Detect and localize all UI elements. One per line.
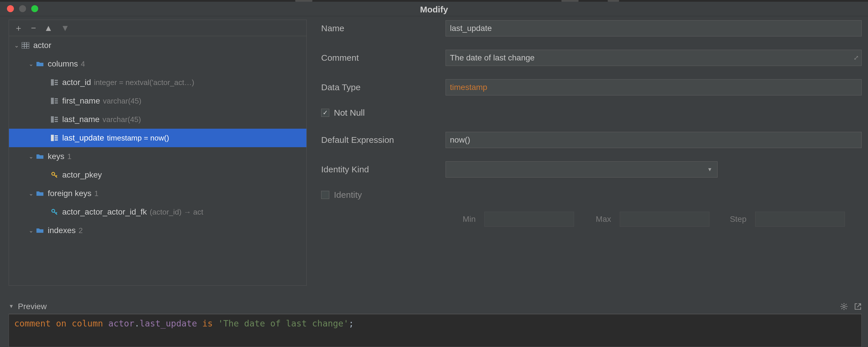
key-icon [50, 172, 59, 178]
svg-line-35 [845, 304, 846, 305]
tree-node-column[interactable]: actor_id integer = nextval('actor_act…) [9, 73, 306, 92]
comment-field-wrap: ⤢ [445, 50, 862, 66]
main-top: ＋ − ▲ ▼ ⌄ actor ⌄ column [0, 16, 868, 288]
name-input[interactable] [445, 20, 862, 36]
move-down-button[interactable]: ▼ [61, 24, 69, 32]
folder-icon [36, 191, 44, 196]
tree-node-column[interactable]: last_name varchar(45) [9, 110, 306, 129]
column-icon [50, 79, 59, 86]
add-button[interactable]: ＋ [14, 24, 23, 32]
preview-label: Preview [18, 302, 47, 311]
gear-icon[interactable] [840, 303, 848, 310]
default-expression-input[interactable] [445, 132, 862, 148]
column-form: Name Comment ⤢ Data Type Not Null [321, 20, 862, 227]
main-area: ＋ − ▲ ▼ ⌄ actor ⌄ column [0, 16, 868, 347]
tree-node-count: 2 [79, 226, 83, 235]
tree-node-label: indexes [48, 226, 76, 235]
chevron-down-icon: ▼ [707, 166, 712, 172]
svg-rect-18 [55, 135, 58, 136]
folder-icon [36, 228, 44, 233]
preview-panel: ▼ Preview comment on column actor.last_u… [9, 299, 862, 347]
move-up-button[interactable]: ▲ [44, 24, 53, 32]
tree-node-table[interactable]: ⌄ actor [9, 36, 306, 55]
preview-header[interactable]: ▼ Preview [9, 299, 862, 314]
svg-rect-0 [22, 42, 29, 49]
expand-icon[interactable]: ⤢ [854, 54, 859, 62]
tree-node-indexes-folder[interactable]: ⌄ indexes 2 [9, 221, 306, 240]
tree-node-label: actor_id [62, 78, 91, 87]
svg-line-26 [56, 212, 57, 213]
form-label: Name [321, 24, 445, 33]
svg-line-32 [841, 304, 842, 305]
tree-node-fkeys-folder[interactable]: ⌄ foreign keys 1 [9, 184, 306, 203]
collapse-icon[interactable]: ▼ [9, 303, 14, 309]
table-icon [21, 42, 30, 49]
folder-icon [36, 61, 44, 67]
tree-node-label: columns [48, 59, 78, 68]
tree-node-label: actor_pkey [62, 170, 102, 180]
sql-token: last_update [140, 318, 197, 328]
svg-rect-20 [55, 139, 58, 140]
step-input[interactable] [755, 212, 845, 227]
tree-node-keys-folder[interactable]: ⌄ keys 1 [9, 147, 306, 166]
checkbox-label: Not Null [334, 108, 365, 118]
form-label: Default Expression [321, 135, 445, 145]
column-icon [50, 135, 59, 141]
svg-rect-14 [55, 117, 58, 118]
sql-preview[interactable]: comment on column actor.last_update is '… [9, 314, 862, 347]
sql-token: ; [349, 318, 354, 328]
expand-toggle-icon[interactable]: ⌄ [28, 60, 34, 67]
tree-node-detail: varchar(45) [102, 115, 141, 124]
tree-node-column[interactable]: first_name varchar(45) [9, 92, 306, 110]
expand-toggle-icon[interactable]: ⌄ [28, 190, 34, 197]
tree-node-detail: (actor_id) → act [150, 208, 204, 217]
identity-kind-field[interactable] [445, 161, 717, 178]
title-bar: Modify [0, 2, 868, 16]
svg-line-33 [845, 308, 846, 309]
svg-rect-19 [55, 137, 58, 138]
sql-token: actor [108, 318, 134, 328]
form-label-step: Step [716, 215, 748, 224]
remove-button[interactable]: − [31, 24, 36, 32]
column-icon [50, 116, 59, 123]
sql-token: . [134, 318, 140, 328]
tree-node-columns-folder[interactable]: ⌄ columns 4 [9, 55, 306, 73]
form-row-identitykind: Identity Kind ▼ [321, 161, 862, 178]
comment-input[interactable] [445, 50, 862, 66]
tree-node-column[interactable]: last_update timestamp = now() [9, 129, 306, 147]
tree-node-label: last_update [62, 133, 104, 143]
svg-rect-5 [51, 79, 54, 86]
tree-node-fkey[interactable]: actor_actor_actor_id_fk (actor_id) → act [9, 203, 306, 221]
tree-node-count: 1 [67, 152, 71, 161]
form-row-notnull: Not Null [321, 104, 862, 121]
min-input[interactable] [484, 212, 574, 227]
tree-node-key[interactable]: actor_pkey [9, 166, 306, 184]
tree-node-count: 1 [94, 189, 98, 198]
form-label-max: Max [581, 215, 613, 224]
svg-rect-17 [51, 135, 54, 141]
schema-tree-panel: ＋ − ▲ ▼ ⌄ actor ⌄ column [9, 20, 307, 286]
sql-token: is [202, 318, 213, 328]
expand-toggle-icon[interactable]: ⌄ [28, 227, 34, 234]
max-input[interactable] [620, 212, 709, 227]
column-icon [50, 98, 59, 104]
schema-tree[interactable]: ⌄ actor ⌄ columns 4 [9, 36, 306, 285]
expand-toggle-icon[interactable]: ⌄ [28, 153, 34, 160]
not-null-checkbox[interactable] [321, 109, 329, 117]
tree-node-label: keys [48, 152, 64, 161]
open-external-icon[interactable] [854, 303, 862, 310]
svg-line-34 [841, 308, 842, 309]
svg-rect-9 [51, 98, 54, 104]
data-type-input[interactable] [445, 79, 862, 95]
svg-rect-12 [55, 102, 58, 103]
preview-tools [840, 303, 862, 310]
svg-rect-13 [51, 116, 54, 123]
tree-node-detail: varchar(45) [103, 97, 142, 105]
form-row-datatype: Data Type [321, 78, 862, 96]
form-row-name: Name [321, 20, 862, 37]
expand-toggle-icon[interactable]: ⌄ [13, 42, 20, 49]
form-row-identity: Identity [321, 186, 862, 203]
identity-checkbox[interactable] [321, 191, 329, 199]
identity-kind-select[interactable]: ▼ [445, 161, 717, 178]
identity-range-row: Min Max Step [445, 212, 862, 227]
